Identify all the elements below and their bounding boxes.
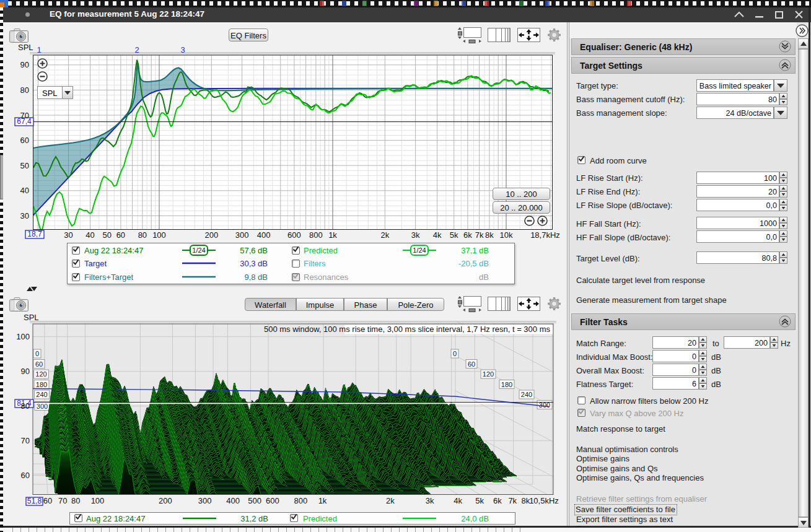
svg-text:10k: 10k (500, 230, 513, 240)
svg-text:180: 180 (36, 381, 47, 388)
svg-text:10,5kHz: 10,5kHz (529, 496, 559, 505)
svg-text:100: 100 (152, 230, 166, 240)
svg-text:300: 300 (235, 230, 249, 240)
svg-text:60: 60 (20, 136, 29, 145)
svg-text:200: 200 (204, 230, 218, 240)
svg-text:90: 90 (20, 60, 29, 69)
svg-text:SPL: SPL (18, 43, 33, 52)
svg-text:7k: 7k (475, 230, 484, 240)
svg-text:SPL: SPL (24, 313, 39, 322)
svg-text:40: 40 (20, 186, 29, 195)
svg-text:120: 120 (483, 370, 494, 378)
svg-text:7k: 7k (508, 496, 517, 505)
svg-text:1/24: 1/24 (413, 246, 426, 254)
svg-text:6k: 6k (463, 230, 472, 240)
svg-text:60: 60 (43, 496, 52, 505)
svg-text:100: 100 (16, 332, 30, 341)
svg-text:3k: 3k (426, 496, 434, 505)
svg-text:60: 60 (35, 360, 43, 368)
svg-text:200: 200 (159, 496, 172, 505)
svg-text:90: 90 (21, 367, 30, 376)
svg-text:2: 2 (134, 45, 139, 55)
svg-text:50: 50 (102, 230, 111, 240)
svg-text:3k: 3k (411, 230, 420, 240)
svg-text:500: 500 (248, 496, 261, 505)
svg-text:8k: 8k (485, 230, 494, 240)
svg-text:4k: 4k (454, 496, 462, 505)
svg-text:80: 80 (20, 85, 29, 95)
svg-text:60: 60 (21, 471, 30, 480)
svg-text:70: 70 (20, 111, 29, 120)
svg-text:60: 60 (116, 230, 125, 240)
svg-text:3: 3 (180, 45, 185, 55)
svg-text:2k: 2k (380, 230, 389, 240)
svg-text:120: 120 (35, 370, 46, 378)
svg-text:180: 180 (501, 381, 512, 388)
svg-text:240: 240 (36, 391, 47, 398)
svg-text:1k: 1k (328, 230, 337, 240)
svg-text:18,7kHz: 18,7kHz (530, 230, 560, 240)
svg-text:800: 800 (309, 230, 323, 240)
svg-text:600: 600 (266, 496, 279, 505)
svg-text:400: 400 (257, 230, 271, 240)
svg-text:80: 80 (138, 230, 147, 240)
svg-text:0: 0 (453, 350, 457, 357)
svg-text:0: 0 (35, 350, 39, 357)
svg-text:600: 600 (287, 230, 301, 240)
svg-text:5k: 5k (450, 230, 458, 240)
svg-text:70: 70 (58, 496, 67, 505)
svg-text:60: 60 (468, 360, 475, 368)
svg-text:300: 300 (198, 496, 212, 505)
svg-text:80: 80 (71, 496, 80, 505)
svg-text:1k: 1k (318, 496, 327, 505)
svg-text:30: 30 (64, 230, 72, 240)
svg-text:1/24: 1/24 (192, 246, 205, 254)
svg-text:40: 40 (85, 230, 94, 240)
svg-text:70: 70 (21, 436, 30, 445)
svg-text:50: 50 (20, 161, 29, 170)
svg-text:4k: 4k (433, 230, 442, 240)
svg-text:18,7: 18,7 (27, 230, 42, 238)
svg-text:1: 1 (37, 45, 41, 55)
svg-text:2k: 2k (386, 496, 395, 505)
svg-text:800: 800 (294, 496, 307, 505)
svg-text:5k: 5k (475, 496, 484, 505)
svg-text:6k: 6k (493, 496, 502, 505)
svg-text:100: 100 (91, 496, 105, 505)
svg-text:400: 400 (226, 496, 240, 505)
svg-text:30: 30 (20, 211, 29, 220)
svg-text:51,8: 51,8 (27, 497, 42, 505)
svg-text:240: 240 (521, 391, 532, 398)
svg-text:500 ms window, 100 ms rise tim: 500 ms window, 100 ms rise time, 3,00 ms… (264, 325, 551, 334)
svg-text:80: 80 (21, 401, 30, 411)
